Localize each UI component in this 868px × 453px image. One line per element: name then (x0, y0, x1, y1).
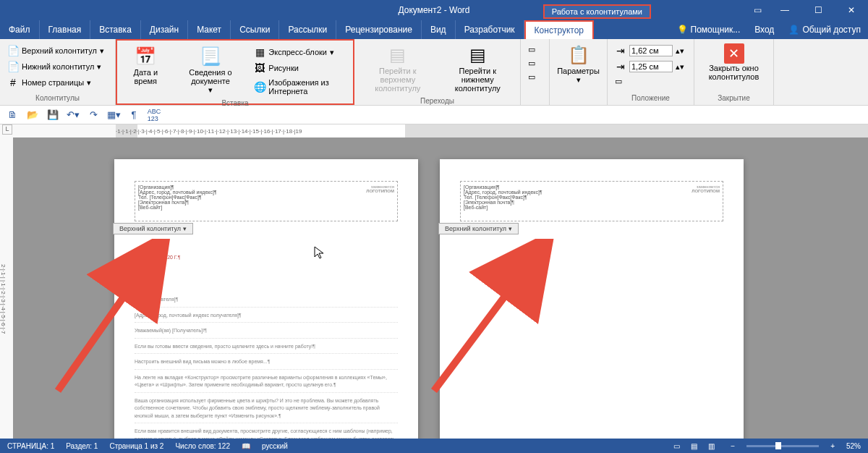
date-field[interactable]: 0 НОЯБРЯ 2020 Г.¶ (135, 255, 398, 260)
minimize-button[interactable]: — (768, 0, 801, 20)
footer-dropdown[interactable]: 📄Нижний колонтитул ▾ (4, 59, 107, 74)
tell-me[interactable]: 💡Помощник... (670, 25, 748, 35)
header-web-line[interactable]: [Веб-сайт] (138, 205, 394, 210)
close-header-footer-button[interactable]: ✕ Закрыть окно колонтитулов (699, 41, 769, 84)
undo-icon[interactable]: ↶▾ (67, 109, 80, 122)
group-label-nav: Переходы (359, 96, 516, 106)
goto-footer-button[interactable]: ▤ Перейти к нижнему колонтитулу (440, 41, 516, 96)
ruler-corner[interactable]: L (2, 124, 12, 135)
options-icon: 📋 (567, 43, 590, 67)
page-1[interactable]: [Организация]¶ [Адрес, город, почтовый и… (114, 159, 418, 439)
ribbon-group-position: ⇥▴▾ ⇥▴▾ ▭ Положение (608, 39, 694, 105)
zoom-slider[interactable] (746, 445, 819, 447)
goto-header-button[interactable]: ▤ Перейти к верхнему колонтитулу (359, 41, 437, 96)
ribbon-display-options-icon[interactable]: ▭ (746, 0, 768, 20)
zoom-in-button[interactable]: + (830, 442, 835, 450)
quick-parts-button[interactable]: ▦Экспресс-блоки ▾ (251, 45, 349, 59)
body-text[interactable]: [Имя получателя]¶ [Адрес, город, почтовы… (135, 296, 398, 439)
window-title: Документ2 - Word (398, 5, 469, 15)
tab-layout[interactable]: Макет (188, 20, 231, 39)
date-time-button[interactable]: 📅 Дата и время (122, 42, 170, 88)
tab-view[interactable]: Вид (422, 20, 456, 39)
align-tab-icon[interactable]: ▭ (612, 75, 687, 88)
tab-file[interactable]: Файл (0, 20, 40, 39)
calendar-icon: 📅 (134, 45, 157, 68)
blocks-icon: ▦ (254, 46, 265, 58)
page-number-dropdown[interactable]: #Номер страницы ▾ (4, 75, 107, 90)
picture-icon: 🖼 (254, 62, 265, 74)
tab-references[interactable]: Ссылки (231, 20, 279, 39)
tab-home[interactable]: Главная (40, 20, 91, 39)
tab-insert[interactable]: Вставка (90, 20, 141, 39)
pages-container: [Организация]¶ [Адрес, город, почтовый и… (13, 137, 868, 439)
tab-constructor[interactable]: Конструктор (524, 20, 594, 39)
maximize-button[interactable]: ☐ (801, 0, 835, 20)
status-page-of[interactable]: Страница 1 из 2 (109, 442, 163, 450)
contextual-tab-label: Работа с колонтитулами (543, 4, 651, 19)
sign-in[interactable]: Вход (747, 25, 781, 35)
tab-design[interactable]: Дизайн (141, 20, 188, 39)
paragraph-icon[interactable]: ¶ (127, 109, 140, 122)
tab-developer[interactable]: Разработчик (456, 20, 524, 39)
header-tag-label: Верхний колонтитул ▾ (113, 223, 193, 234)
horizontal-ruler[interactable]: L ·1·|·1·|·2·|·3·|·4·|·5·|·6·|·7·|·8·|·9… (0, 124, 868, 137)
group-label-hf: Колонтитулы (4, 93, 111, 103)
header-from-top[interactable]: ⇥▴▾ (612, 43, 687, 58)
vertical-ruler[interactable]: 2·|·1·| |·1·|·2·|·3·|·4·|·5·|·6·|·7 (0, 137, 13, 439)
header-email-line[interactable]: [Электронная почта]¶ (138, 200, 394, 205)
page-header-area[interactable]: [Организация]¶ [Адрес, город, почтовый и… (460, 181, 723, 221)
options-button[interactable]: 📋 Параметры▾ (553, 41, 604, 88)
web-layout-icon[interactable]: ▥ (703, 442, 719, 450)
open-icon[interactable]: 📂 (26, 109, 39, 122)
tab-review[interactable]: Рецензирование (336, 20, 422, 39)
ruler-top-icon: ⇥ (615, 45, 626, 56)
footer-from-bottom[interactable]: ⇥▴▾ (612, 59, 687, 74)
document-info-button[interactable]: 📃 Сведения о документе▾ (173, 42, 249, 98)
status-page[interactable]: СТРАНИЦА: 1 (7, 442, 54, 450)
close-window-button[interactable]: ✕ (835, 0, 868, 20)
proofing-icon[interactable]: 📖 (242, 442, 250, 450)
status-section[interactable]: Раздел: 1 (66, 442, 98, 450)
title-bar: Документ2 - Word Работа с колонтитулами … (0, 0, 868, 20)
ribbon-tabs: Файл Главная Вставка Дизайн Макет Ссылки… (0, 20, 868, 39)
online-pictures-button[interactable]: 🌐Изображения из Интернета (251, 77, 349, 97)
footer-bottom-input[interactable] (629, 61, 673, 72)
header-tel-line[interactable]: Тел. [Телефон]Факс[Факс]¶ (138, 195, 394, 200)
header-icon: 📄 (7, 45, 19, 56)
read-mode-icon[interactable]: ▭ (668, 442, 684, 450)
status-word-count[interactable]: Число слов: 122 (175, 442, 230, 450)
link-previous-icon[interactable]: ▭ (525, 71, 538, 83)
pictures-button[interactable]: 🖼Рисунки (251, 61, 349, 75)
ruler-bottom-icon: ⇥ (615, 61, 626, 72)
close-x-icon: ✕ (724, 43, 744, 64)
save-icon[interactable]: 💾 (46, 109, 59, 122)
page-header-area[interactable]: [Организация]¶ [Адрес, город, почтовый и… (135, 181, 398, 221)
zoom-out-button[interactable]: − (731, 442, 735, 450)
person-icon: 👤 (788, 25, 799, 35)
prev-section-icon[interactable]: ▭ (525, 43, 538, 56)
redo-icon[interactable]: ↷ (87, 109, 100, 122)
ribbon-group-headers-footers: 📄Верхний колонтитул ▾ 📄Нижний колонтитул… (0, 39, 116, 105)
page-2[interactable]: [Организация]¶ [Адрес, город, почтовый и… (440, 159, 744, 439)
print-layout-icon[interactable]: ▤ (686, 442, 702, 450)
new-doc-icon[interactable]: 🗎 (6, 109, 19, 122)
header-dropdown[interactable]: 📄Верхний колонтитул ▾ (4, 43, 107, 58)
ribbon-group-navigation: ▤ Перейти к верхнему колонтитулу ▤ Перей… (354, 39, 521, 105)
header-tag-label: Верхний колонтитул ▾ (438, 223, 519, 234)
header-addr-line[interactable]: [Адрес, город, почтовый индекс]¶ (138, 190, 394, 195)
header-top-input[interactable] (629, 45, 673, 56)
zoom-level[interactable]: 52% (846, 442, 861, 450)
header-org-line[interactable]: [Организация]¶ (138, 185, 394, 190)
document-area: 2·|·1·| |·1·|·2·|·3·|·4·|·5·|·6·|·7 [Орг… (0, 137, 868, 439)
status-language[interactable]: русский (262, 442, 288, 450)
logo-placeholder[interactable]: заменяется ЛОГОТИПОМ (692, 185, 720, 193)
ribbon-group-insert: 📅 Дата и время 📃 Сведения о документе▾ ▦… (116, 39, 354, 105)
share-button[interactable]: 👤Общий доступ (781, 25, 868, 35)
next-section-icon[interactable]: ▭ (525, 57, 538, 69)
globe-icon: 🌐 (254, 81, 265, 93)
group-label-close: Закрытие (699, 93, 769, 103)
tab-mailings[interactable]: Рассылки (279, 20, 336, 39)
logo-placeholder[interactable]: заменяется ЛОГОТИПОМ (366, 185, 394, 193)
table-icon[interactable]: ▦▾ (107, 109, 120, 122)
abc-icon[interactable]: ABC123 (148, 109, 161, 122)
